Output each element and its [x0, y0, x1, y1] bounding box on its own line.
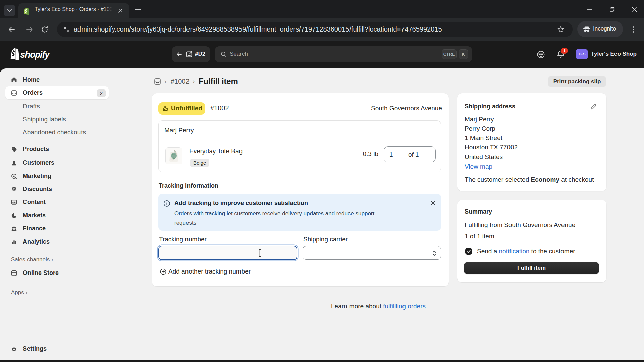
svg-text:shopify: shopify — [20, 50, 50, 60]
svg-text:$: $ — [14, 215, 16, 219]
